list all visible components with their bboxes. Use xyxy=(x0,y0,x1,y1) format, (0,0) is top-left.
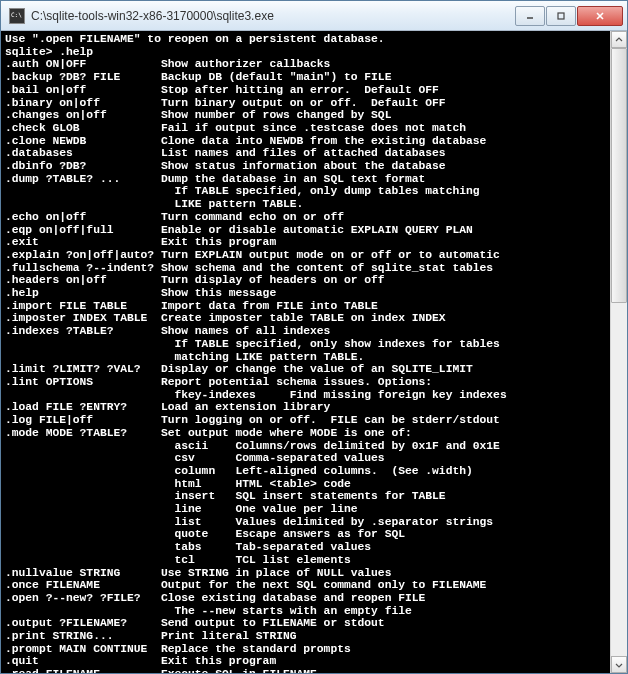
console-output: Use ".open FILENAME" to reopen on a pers… xyxy=(1,31,610,673)
minimize-icon xyxy=(525,11,535,21)
scroll-up-button[interactable] xyxy=(611,31,627,48)
maximize-icon xyxy=(556,11,566,21)
client-area: Use ".open FILENAME" to reopen on a pers… xyxy=(1,31,627,673)
window: C:\sqlite-tools-win32-x86-3170000\sqlite… xyxy=(0,0,628,674)
scrollbar-track[interactable] xyxy=(611,48,627,656)
svg-rect-1 xyxy=(558,13,564,19)
window-title: C:\sqlite-tools-win32-x86-3170000\sqlite… xyxy=(31,9,514,23)
titlebar[interactable]: C:\sqlite-tools-win32-x86-3170000\sqlite… xyxy=(1,1,627,31)
minimize-button[interactable] xyxy=(515,6,545,26)
window-buttons xyxy=(514,6,623,26)
app-icon xyxy=(9,8,25,24)
scrollbar-thumb[interactable] xyxy=(611,48,627,303)
scrollbar[interactable] xyxy=(610,31,627,673)
scroll-down-button[interactable] xyxy=(611,656,627,673)
close-button[interactable] xyxy=(577,6,623,26)
maximize-button[interactable] xyxy=(546,6,576,26)
chevron-up-icon xyxy=(615,36,623,44)
close-icon xyxy=(594,10,606,22)
chevron-down-icon xyxy=(615,661,623,669)
